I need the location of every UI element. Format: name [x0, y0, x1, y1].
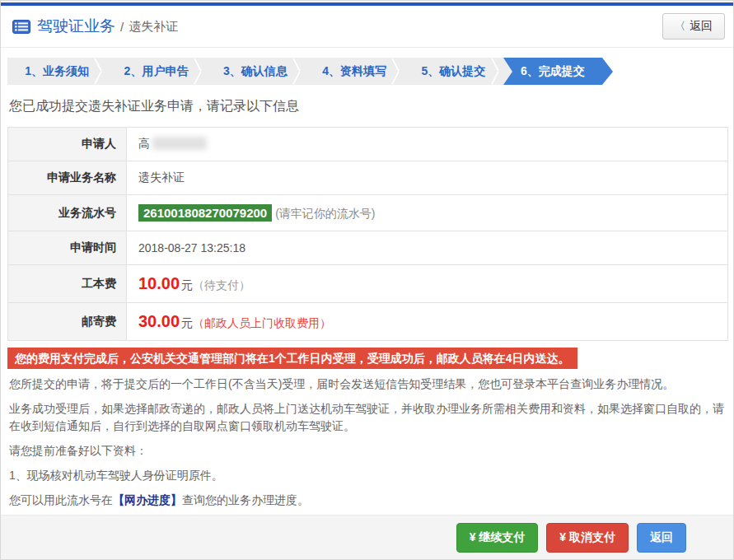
row-value: 30.00元（邮政人员上门收取费用） [127, 303, 728, 341]
row-label: 工本费 [8, 265, 127, 303]
progress-prefix: 您可以用此流水号在 [9, 493, 113, 506]
page: 驾驶证业务 / 遗失补证 〈 返回 1、业务须知 2、用户申告 3、确认信息 4… [0, 0, 734, 560]
note-line: 1、现场核对机动车驾驶人身份证明原件。 [9, 467, 725, 484]
back-button[interactable]: 〈 返回 [662, 13, 725, 40]
step-label: 2、用户申告 [124, 64, 189, 79]
step-wizard: 1、业务须知 2、用户申告 3、确认信息 4、资料填写 5、确认提交 6、完成提… [7, 58, 602, 85]
step-label: 4、资料填写 [322, 64, 386, 79]
step-label: 5、确认提交 [422, 64, 486, 79]
cancel-pay-button[interactable]: ¥ 取消支付 [546, 523, 629, 553]
table-row-serial-number: 业务流水号 261001808270079200(请牢记你的流水号) [8, 195, 728, 231]
table-row-applicant: 申请人 高 [8, 128, 728, 161]
table-row-postage-fee: 邮寄费 30.00元（邮政人员上门收取费用） [8, 303, 728, 341]
step-label: 1、业务须知 [25, 64, 89, 79]
breadcrumb-separator: / [120, 20, 124, 34]
row-value: 10.00元（待支付） [127, 265, 728, 303]
progress-link[interactable]: 【网办进度】 [113, 493, 182, 506]
redacted-name-blur [152, 137, 207, 150]
table-row-business-name: 申请业务名称 遗失补证 [8, 161, 728, 195]
step-3-confirm-info: 3、确认信息 [206, 58, 305, 85]
progress-suffix: 查询您的业务办理进度。 [182, 493, 309, 506]
fee-amount: 10.00 [138, 274, 180, 292]
fee-note: （邮政人员上门收取费用） [193, 316, 331, 329]
row-label: 申请时间 [8, 231, 127, 265]
step-label: 3、确认信息 [223, 64, 288, 79]
table-row-apply-time: 申请时间 2018-08-27 13:25:18 [8, 231, 728, 265]
step-4-fill-data: 4、资料填写 [305, 58, 404, 85]
return-button[interactable]: 返回 [637, 523, 686, 553]
serial-number-badge: 261001808270079200 [138, 204, 272, 222]
continue-pay-button[interactable]: ¥ 继续支付 [456, 523, 539, 553]
notes-section: 您所提交的申请，将于提交后的一个工作日(不含当天)受理，届时会发送短信告知受理结… [9, 376, 725, 509]
note-line: 业务成功受理后，如果选择邮政寄递的，邮政人员将上门送达机动车驾驶证，并收取办理业… [9, 400, 725, 435]
alert-banner-wrap: 您的费用支付完成后，公安机关交通管理部门将在1个工作日内受理，受理成功后，邮政人… [7, 348, 727, 369]
step-label: 6、完成提交 [521, 64, 585, 79]
table-row-production-fee: 工本费 10.00元（待支付） [8, 265, 728, 303]
applicant-name: 高 [138, 137, 150, 150]
step-5-confirm-submit: 5、确认提交 [404, 58, 503, 85]
serial-note: (请牢记你的流水号) [275, 207, 375, 220]
row-value: 高 [127, 128, 728, 161]
row-value: 2018-08-27 13:25:18 [127, 231, 728, 265]
note-line: 您所提交的申请，将于提交后的一个工作日(不含当天)受理，届时会发送短信告知受理结… [9, 376, 725, 393]
header: 驾驶证业务 / 遗失补证 〈 返回 [1, 6, 733, 48]
row-label: 申请人 [8, 128, 127, 161]
fee-amount: 30.00 [138, 312, 180, 330]
chevron-left-icon: 〈 [675, 19, 685, 34]
breadcrumb-current: 遗失补证 [129, 19, 178, 35]
progress-query-line: 您可以用此流水号在【网办进度】查询您的业务办理进度。 [9, 492, 725, 509]
alert-banner: 您的费用支付完成后，公安机关交通管理部门将在1个工作日内受理，受理成功后，邮政人… [7, 348, 577, 369]
step-2-user-declaration: 2、用户申告 [106, 58, 205, 85]
fee-note: （待支付） [193, 278, 250, 292]
note-line: 请您提前准备好以下资料： [9, 442, 725, 460]
back-button-label: 返回 [690, 19, 713, 34]
info-table: 申请人 高 申请业务名称 遗失补证 业务流水号 2610018082700792… [7, 127, 728, 341]
row-label: 业务流水号 [8, 195, 127, 231]
footer-bar: ¥ 继续支付 ¥ 取消支付 返回 [1, 515, 733, 559]
row-value: 遗失补证 [127, 161, 728, 195]
fee-unit: 元 [181, 278, 193, 292]
list-icon [12, 20, 30, 34]
step-6-complete-submit: 6、完成提交 [503, 58, 602, 85]
fee-unit: 元 [181, 316, 193, 329]
row-value: 261001808270079200(请牢记你的流水号) [127, 195, 728, 231]
page-title: 驾驶证业务 [37, 16, 115, 37]
row-label: 邮寄费 [8, 303, 127, 341]
step-1-business-notice: 1、业务须知 [7, 58, 106, 85]
row-label: 申请业务名称 [8, 161, 127, 195]
success-message: 您已成功提交遗失补证业务申请，请记录以下信息 [9, 98, 725, 115]
